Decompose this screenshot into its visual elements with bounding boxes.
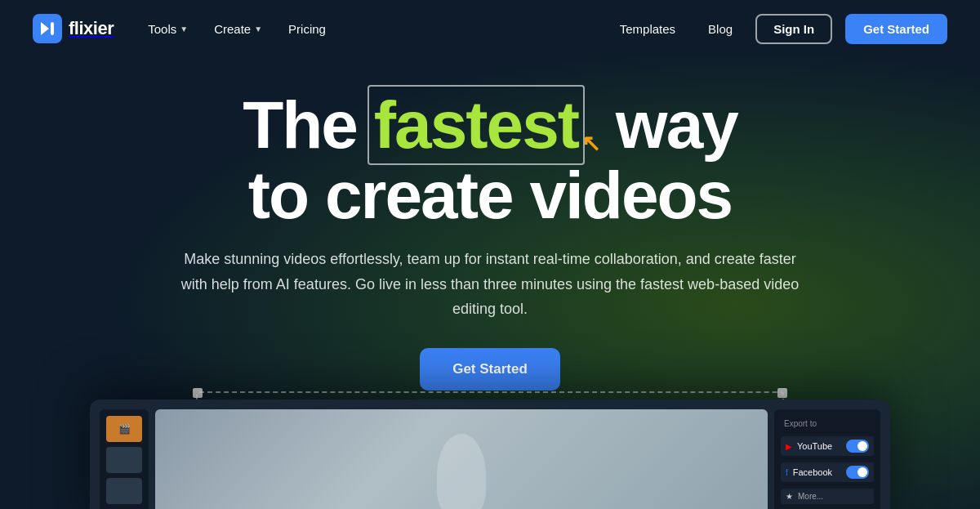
nav-templates-label: Templates [620,22,675,36]
editor-panel: Export to ▶ YouTube f Facebook [774,409,880,509]
cursor-icon: ↖ [581,132,599,155]
panel-row-youtube: ▶ YouTube [781,436,874,456]
panel-platform-youtube: ▶ YouTube [786,441,832,451]
nav-left: flixier Tools ▼ Create ▼ Pricing [33,14,336,43]
editor-main-video [155,409,768,509]
sidebar-thumbnail: 🎬 [106,416,142,442]
hero-title-post: way [599,87,737,162]
nav-item-pricing[interactable]: Pricing [278,17,336,41]
create-chevron-icon: ▼ [254,25,262,33]
nav-items: Tools ▼ Create ▼ Pricing [138,17,336,41]
logo-icon [33,14,62,43]
hero-title: The fastest↖ way to create videos [16,90,964,230]
fastest-text: fastest [374,87,578,162]
editor-sidebar: 🎬 [100,409,149,509]
logo-text: flixier [69,18,114,39]
panel-title: Export to [781,417,874,430]
sidebar-thumb-2 [106,447,142,473]
editor-mockup: 🎬 Export to ▶ YouTube [90,400,890,509]
get-started-hero-button[interactable]: Get Started [420,348,560,391]
nav-right: Templates Blog Sign In Get Started [610,14,947,44]
nav-item-blog[interactable]: Blog [698,17,742,41]
hero-title-pre: The [243,87,374,162]
youtube-label: YouTube [797,441,832,451]
nav-pricing-label: Pricing [288,22,326,36]
hero-fastest-word: fastest [374,90,578,160]
nav-item-create[interactable]: Create ▼ [204,17,272,41]
youtube-toggle[interactable] [846,440,869,453]
extra-label: More... [798,492,823,501]
youtube-icon: ▶ [786,442,792,451]
editor-inner: 🎬 Export to ▶ YouTube [100,409,880,509]
nav-item-tools[interactable]: Tools ▼ [138,17,198,41]
nav-create-label: Create [214,22,251,36]
sidebar-thumb-3 [106,478,142,504]
get-started-nav-button[interactable]: Get Started [845,14,947,44]
panel-platform-extra: ★ More... [786,492,823,501]
panel-platform-facebook: f Facebook [786,467,832,477]
logo[interactable]: flixier [33,14,114,43]
facebook-toggle[interactable] [846,466,869,479]
editor-window: 🎬 Export to ▶ YouTube [90,400,890,509]
extra-icon: ★ [786,492,793,501]
person-silhouette [437,434,486,509]
nav-item-templates[interactable]: Templates [610,17,685,41]
panel-row-extra: ★ More... [781,489,874,504]
panel-row-facebook: f Facebook [781,462,874,482]
folder-icon: 🎬 [118,423,131,435]
hero-section: The fastest↖ way to create videos Make s… [0,57,980,414]
signin-button[interactable]: Sign In [755,14,832,44]
hero-title-line2: to create videos [16,160,964,230]
facebook-label: Facebook [793,467,832,477]
nav-tools-label: Tools [148,22,176,36]
nav-blog-label: Blog [708,22,733,36]
hero-title-line1: The fastest↖ way [16,90,964,160]
facebook-icon: f [786,468,788,477]
tools-chevron-icon: ▼ [180,25,188,33]
hero-subtitle: Make stunning videos effortlessly, team … [180,247,800,322]
svg-rect-1 [51,22,54,35]
navbar: flixier Tools ▼ Create ▼ Pricing Templat… [0,0,980,57]
video-placeholder [155,409,768,509]
